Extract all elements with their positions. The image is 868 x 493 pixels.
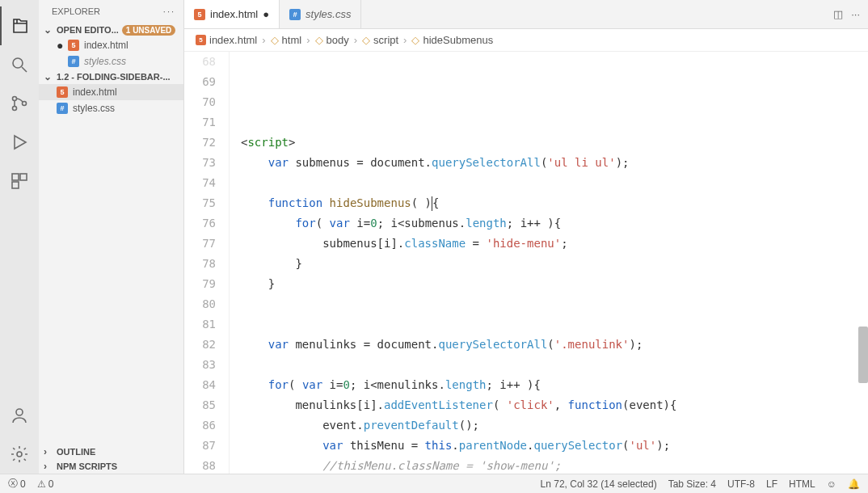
cursor-position[interactable]: Ln 72, Col 32 (14 selected) (541, 478, 657, 490)
line-gutter: 6869707172737475767778798081828384858687… (184, 52, 230, 474)
sidebar: EXPLORER ··· ⌄ OPEN EDITO... 1 UNSAVED ●… (39, 0, 184, 474)
search-icon[interactable] (0, 45, 39, 84)
npm-scripts-header[interactable]: › NPM SCRIPTS (39, 459, 183, 474)
sidebar-more-icon[interactable]: ··· (163, 6, 175, 16)
settings-gear-icon[interactable] (0, 435, 39, 474)
css-file-icon: # (289, 9, 301, 20)
code-editor[interactable]: 6869707172737475767778798081828384858687… (184, 52, 868, 474)
svg-rect-4 (12, 174, 19, 180)
eol[interactable]: LF (766, 478, 777, 490)
split-editor-icon[interactable]: ◫ (833, 8, 843, 20)
tab-index-html[interactable]: 5 index.html ● (184, 0, 280, 28)
svg-point-0 (13, 58, 23, 68)
editor: 5 index.html ● # styles.css ◫ ··· 5index… (184, 0, 868, 474)
dirty-dot-icon: ● (57, 42, 63, 48)
html-file-icon: 5 (194, 9, 205, 20)
notifications-icon[interactable]: 🔔 (848, 478, 860, 490)
chevron-down-icon: ⌄ (44, 24, 53, 36)
more-actions-icon[interactable]: ··· (851, 8, 860, 20)
outline-header[interactable]: › OUTLINE (39, 445, 183, 459)
warnings-count[interactable]: ⚠ 0 (37, 478, 54, 490)
open-editors-header[interactable]: ⌄ OPEN EDITO... 1 UNSAVED (39, 23, 183, 37)
status-bar: ⓧ 0 ⚠ 0 Ln 72, Col 32 (14 selected) Tab … (0, 474, 868, 493)
open-editor-item[interactable]: ● 5 index.html (39, 37, 183, 53)
accounts-icon[interactable] (0, 396, 39, 435)
svg-point-1 (13, 97, 17, 101)
encoding[interactable]: UTF-8 (727, 478, 755, 490)
symbol-icon: ◇ (411, 34, 419, 46)
html-file-icon: 5 (68, 40, 79, 51)
svg-rect-6 (12, 182, 19, 188)
css-file-icon: # (57, 103, 68, 114)
extensions-icon[interactable] (0, 162, 39, 200)
tab-size[interactable]: Tab Size: 4 (668, 478, 716, 490)
chevron-down-icon: ⌄ (44, 71, 53, 82)
folder-header[interactable]: ⌄ 1.2 - FOLDING-SIDEBAR-... (39, 70, 183, 84)
svg-point-7 (16, 409, 23, 415)
source-control-icon[interactable] (0, 84, 39, 123)
scrollbar-thumb[interactable] (858, 327, 868, 383)
language-mode[interactable]: HTML (789, 478, 815, 490)
open-editor-item[interactable]: # styles.css (39, 53, 183, 70)
errors-count[interactable]: ⓧ 0 (8, 477, 26, 491)
chevron-right-icon: › (44, 461, 53, 472)
breadcrumbs[interactable]: 5index.html › ◇html › ◇body › ◇script › … (184, 29, 868, 52)
css-file-icon: # (68, 56, 79, 67)
run-debug-icon[interactable] (0, 123, 39, 162)
html-file-icon: 5 (196, 35, 206, 45)
tab-bar: 5 index.html ● # styles.css ◫ ··· (184, 0, 868, 29)
sidebar-title: EXPLORER (52, 6, 100, 16)
symbol-icon: ◇ (315, 34, 323, 46)
file-item[interactable]: 5 index.html (39, 84, 183, 100)
symbol-icon: ◇ (271, 34, 279, 46)
svg-point-8 (17, 452, 22, 457)
file-item[interactable]: # styles.css (39, 100, 183, 116)
svg-point-2 (13, 107, 17, 111)
tab-styles-css[interactable]: # styles.css (280, 0, 361, 28)
code-content[interactable]: <script> var submenus = document.querySe… (230, 52, 868, 474)
feedback-icon[interactable]: ☺ (827, 478, 836, 490)
unsaved-badge: 1 UNSAVED (122, 25, 176, 36)
html-file-icon: 5 (57, 86, 68, 98)
symbol-icon: ◇ (362, 34, 370, 46)
activity-bar (0, 0, 39, 474)
svg-point-3 (23, 102, 27, 106)
explorer-icon[interactable] (0, 6, 39, 45)
chevron-right-icon: › (44, 446, 53, 457)
dirty-dot-icon: ● (263, 8, 269, 20)
svg-rect-5 (20, 174, 27, 180)
